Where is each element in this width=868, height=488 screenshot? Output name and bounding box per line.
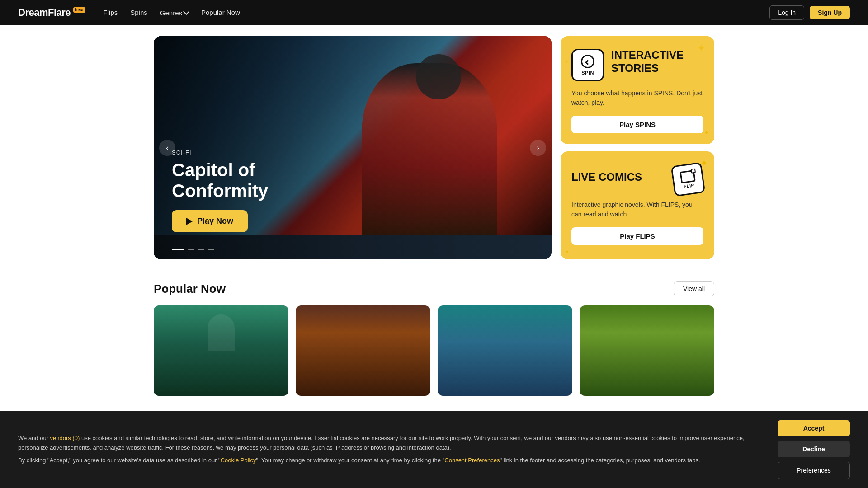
site-logo[interactable]: DreamFlare beta: [18, 7, 85, 19]
nav-link-popular-now[interactable]: Popular Now: [201, 9, 240, 16]
interactive-stories-panel: ✦ ✦ SPIN INTERACTIVE STORIES You choose …: [561, 36, 714, 144]
carousel-dots: [172, 249, 214, 250]
flip-icon: FLIP: [671, 162, 706, 197]
list-item[interactable]: [296, 305, 430, 396]
nav-item-spins[interactable]: Spins: [130, 9, 147, 17]
hero-section: SCI-FI Capitol of Conformity Play Now ‹ …: [154, 36, 714, 259]
live-comics-panel: ✦ ✦ LIVE COMICS FLIP Interactive graphic…: [561, 151, 714, 259]
sparkle-icon-3: ✦: [704, 130, 709, 136]
carousel-dot-2[interactable]: [198, 249, 204, 250]
nav-link-genres[interactable]: Genres: [160, 9, 189, 17]
card-image-4: [580, 305, 714, 396]
main-content: SCI-FI Capitol of Conformity Play Now ‹ …: [136, 25, 732, 407]
play-spins-button[interactable]: Play SPINS: [571, 116, 703, 133]
hero-genre: SCI-FI: [172, 149, 335, 156]
live-comics-desc: Interactive graphic novels. With FLIPS, …: [571, 200, 703, 219]
view-all-button[interactable]: View all: [674, 281, 714, 296]
play-now-button[interactable]: Play Now: [172, 210, 248, 232]
hero-carousel: SCI-FI Capitol of Conformity Play Now ‹ …: [154, 36, 552, 259]
hero-title: Capitol of Conformity: [172, 160, 335, 201]
hero-sidebar: ✦ ✦ SPIN INTERACTIVE STORIES You choose …: [561, 36, 714, 259]
list-item[interactable]: [154, 305, 288, 396]
nav-item-genres[interactable]: Genres: [160, 9, 189, 17]
play-flips-button[interactable]: Play FLIPS: [571, 227, 703, 245]
sparkle-icon-5: ✦: [565, 249, 569, 255]
spin-icon: SPIN: [571, 49, 604, 81]
carousel-next-button[interactable]: ›: [530, 140, 546, 156]
nav-link-spins[interactable]: Spins: [130, 9, 147, 16]
login-button[interactable]: Log In: [769, 5, 804, 20]
navbar: DreamFlare beta Flips Spins Genres Popul…: [0, 0, 868, 25]
nav-links: Flips Spins Genres Popular Now: [104, 9, 770, 17]
signup-button[interactable]: Sign Up: [810, 6, 850, 19]
sparkle-icon-1: ✦: [697, 42, 705, 54]
nav-link-flips[interactable]: Flips: [104, 9, 118, 16]
sparkle-icon-2: ✦: [564, 59, 569, 65]
card-image-2: [296, 305, 430, 396]
play-icon: [186, 218, 193, 225]
live-comics-title: LIVE COMICS: [571, 171, 642, 184]
cards-grid: [154, 305, 714, 396]
interactive-stories-desc: You choose what happens in SPINS. Don't …: [571, 89, 703, 108]
chevron-down-icon: [183, 9, 189, 15]
interactive-stories-title: INTERACTIVE STORIES: [611, 49, 703, 75]
list-item[interactable]: [580, 305, 714, 396]
list-item[interactable]: [438, 305, 572, 396]
nav-item-flips[interactable]: Flips: [104, 9, 118, 17]
nav-item-popular-now[interactable]: Popular Now: [201, 9, 240, 17]
card-image-3: [438, 305, 572, 396]
logo-text: DreamFlare: [18, 7, 71, 19]
hero-content: SCI-FI Capitol of Conformity Play Now: [172, 149, 335, 232]
carousel-dot-1[interactable]: [188, 249, 194, 250]
spin-label: SPIN: [581, 70, 594, 75]
popular-now-title: Popular Now: [154, 282, 226, 296]
logo-beta-badge: beta: [73, 7, 85, 13]
nav-auth: Log In Sign Up: [769, 5, 850, 20]
section-header: Popular Now View all: [154, 281, 714, 296]
carousel-prev-button[interactable]: ‹: [159, 140, 175, 156]
card-image-1: [154, 305, 288, 396]
popular-now-section: Popular Now View all: [154, 281, 714, 396]
flip-label: FLIP: [683, 183, 694, 189]
carousel-dot-3[interactable]: [208, 249, 214, 250]
carousel-dot-0[interactable]: [172, 249, 184, 250]
